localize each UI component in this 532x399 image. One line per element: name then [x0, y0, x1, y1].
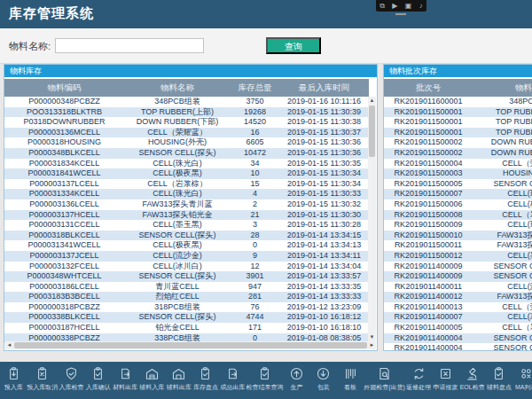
table-row[interactable]: P000031341WCELLCELL(极夜黑)02019-01-14 13:3… [4, 240, 369, 251]
table-cell: 348PCB组装 [473, 97, 532, 107]
table-row[interactable]: RK2019011500012CELL(墨玉黑) [384, 251, 532, 262]
toolbar-item-辅料出库[interactable]: 辅料出库 [165, 362, 192, 399]
sound-icon[interactable]: ♪ [419, 3, 423, 10]
toolbar-item-生产[interactable]: 生产 [283, 362, 309, 399]
table-row[interactable]: P000031834KCELLCELL(珠光白)342019-01-15 11:… [4, 159, 369, 169]
scroll-down-icon[interactable]: ▼ [368, 333, 376, 341]
table-row[interactable]: RK2019011400004SENSOR CELL(探头) [384, 333, 532, 344]
toolbar-item-辅料入库[interactable]: 辅料入库 [138, 362, 165, 399]
table-row[interactable]: RK2019011500004CELL（荣耀蓝） [384, 159, 532, 169]
table-cell: 2019-01-15 11:30:39 [279, 107, 369, 118]
table-cell: 3 [231, 220, 279, 231]
toolbar-item-入库确认[interactable]: 入库确认 [85, 362, 112, 399]
table-row[interactable]: RK2019011400004SENSOR CELL(探头) [384, 343, 532, 354]
table-row[interactable]: RK2019011400011CELL(流沙金) [384, 282, 532, 293]
table-row[interactable]: P0000348WHTCELLSENSOR CELL(探头)39012019-0… [4, 271, 369, 282]
table-row[interactable]: P000000348PCBZZ348PCB组装37502019-01-16 10… [4, 97, 369, 107]
toolbar-item-入库检查[interactable]: 入库检查 [58, 362, 84, 399]
toolbar-item-辅料盘点[interactable]: 辅料盘点 [486, 362, 512, 399]
table-row[interactable]: RK2019011400012FAW313探头铂光金 [384, 292, 532, 302]
table-row[interactable]: RK2019011500001TOP RUBBER(上部) [384, 117, 532, 128]
table-row[interactable]: RK2019011500001TOP RUBBER(上部) [384, 107, 532, 118]
toolbar-item-预入库[interactable]: 预入库 [0, 362, 27, 399]
table-row[interactable]: RK2019011600001348PCB组装 [384, 97, 532, 107]
column-header[interactable]: 物料名称 [473, 79, 532, 97]
toolbar-item-库存盘点[interactable]: 库存盘点 [192, 362, 219, 399]
table-cell: CELL(流沙金) [124, 251, 231, 262]
table-row[interactable]: RK2019011500010FAW313探头青川蓝 [384, 231, 532, 241]
column-header[interactable]: 物料名称 [124, 79, 231, 97]
toolbar-item-预入库取消[interactable]: 预入库取消 [27, 362, 58, 399]
table-row[interactable]: RK2019011500007CELL(珠光白) [384, 189, 532, 200]
scrollbar-thumb[interactable] [14, 342, 367, 348]
toolbar-item-成品出库[interactable]: 成品出库 [219, 362, 246, 399]
export-icon[interactable]: ⧉ [379, 3, 385, 10]
toolbar-item-包装[interactable]: 包装 [310, 362, 337, 399]
toolbar-item-材料出库[interactable]: 材料出库 [112, 362, 138, 399]
table-row[interactable]: P0000318HOUSINGHOUSING(外壳)66052019-01-15… [4, 137, 369, 148]
table-row[interactable]: RK2019011500001TOP RUBBER(上部) [384, 128, 532, 138]
table-row[interactable]: P000031841WCELLCELL(极夜黑)102019-01-15 11:… [4, 168, 369, 179]
material-name-input[interactable] [55, 38, 204, 53]
column-header[interactable]: 物料编码 [4, 79, 124, 97]
toolbar-item-label: MA列表 [515, 384, 532, 391]
play-icon[interactable]: ▶ [392, 3, 397, 10]
toolbar-item-EOL检查[interactable]: EOL检查 [459, 362, 486, 399]
table-row[interactable]: P000031334KCELLCELL(珠光白)42019-01-15 11:3… [4, 189, 369, 200]
column-header[interactable]: 批次号 [384, 79, 473, 97]
table-cell: RK2019011400004 [384, 333, 473, 344]
table-row[interactable]: P000003186LCELL青川蓝CELL9472019-01-14 13:3… [4, 282, 369, 293]
scroll-right-icon[interactable]: ► [368, 341, 376, 349]
toolbar-item-看板[interactable]: 看板 [337, 362, 364, 399]
table-row[interactable]: P000003136MCELLCELL（荣耀蓝）162019-01-15 11:… [4, 128, 369, 138]
table-row[interactable]: RK2019011400013CELL（荣耀蓝） [384, 302, 532, 313]
scroll-up-icon[interactable]: ▲ [368, 97, 376, 105]
table-row[interactable]: P0003183B3BCELL烈焰红CELL2812019-01-14 13:3… [4, 292, 369, 302]
column-header[interactable]: 最后入库时间 [279, 79, 369, 97]
table-row[interactable]: RK2019011500003HOUSING(外壳) [384, 168, 532, 179]
table-cell: CELL(极夜黑) [124, 168, 231, 179]
table-row[interactable]: RK2019011500002DOWN RUBBER(下部) [384, 137, 532, 148]
image-icon[interactable]: ▣ [405, 3, 412, 10]
toolbar-item-申请报废[interactable]: 申请报废 [432, 362, 458, 399]
query-button[interactable]: 查询 [266, 37, 321, 54]
table-cell: RK2019011400013 [384, 302, 473, 313]
vertical-scrollbar[interactable]: ▲ ▼ [368, 97, 376, 341]
scroll-left-icon[interactable]: ◄ [5, 341, 13, 349]
toolbar-item-检查结果查询[interactable]: 检查结果查询 [246, 362, 283, 399]
table-row[interactable]: RK2019011500008CELL（岩浆棕） [384, 210, 532, 221]
horizontal-scrollbar[interactable]: ◄ ► [5, 341, 376, 349]
table-row[interactable]: P000003137HCELLFAW313探头铂光金212019-01-15 1… [4, 210, 369, 221]
table-row[interactable]: RK2019011500005SENSOR CELL(探头) [384, 179, 532, 190]
table-row[interactable]: P000003137JCELLCELL(流沙金)92019-01-14 13:3… [4, 251, 369, 262]
clipboard-check-icon [198, 366, 213, 381]
table-row[interactable]: POO313318BLKTRBTOP RUBBER(上部)192682019-0… [4, 107, 369, 118]
table-row[interactable]: RK2019011500009CELL(珠光白) [384, 220, 532, 231]
column-header[interactable]: 库存总量 [231, 79, 279, 97]
table-row[interactable]: P0000338BLKCELLSENSOR CELL(探头)47442019-0… [4, 312, 369, 323]
table-row[interactable]: RK2019011500002DOWN RUBBER(下部) [384, 148, 532, 159]
toolbar-item-外观检查(出货)[interactable]: 外观检查(出货) [364, 362, 405, 399]
table-row[interactable]: RK2019011400009SENSOR CELL(探头) [384, 271, 532, 282]
table-row[interactable]: RK2019011500011FAW313探头铂光金 [384, 240, 532, 251]
table-row[interactable]: RK2019011400007CELL(冰川白) [384, 312, 532, 323]
screen-capture-overlay[interactable]: ⧉▶▣♪ [376, 0, 426, 12]
table-row[interactable]: RK2019011500006CELL(极夜黑) [384, 200, 532, 210]
table-row[interactable]: P000000318PCBZZ318PCB组装762019-01-12 13:2… [4, 302, 369, 313]
table-cell: RK2019011500006 [384, 200, 473, 210]
table-row[interactable]: P000003137LCELLCELL（岩浆棕）152019-01-15 11:… [4, 179, 369, 190]
table-row[interactable]: P0318DOWNRUBBERDOWN RUBBER(下部)145202019-… [4, 117, 369, 128]
table-row[interactable]: P0000318BLKCELLSENSOR CELL(探头)282019-01-… [4, 231, 369, 241]
table-row[interactable]: P000003136LCELLFAW313探头青川蓝22019-01-15 11… [4, 200, 369, 210]
table-cell: CELL(冰川白) [124, 262, 231, 272]
table-row[interactable]: RK2019011400009SENSOR CELL(探头) [384, 262, 532, 272]
table-row[interactable]: P000003132FCELLCELL(冰川白)122019-01-14 13:… [4, 262, 369, 272]
table-row[interactable]: P000003131CCELLCELL(墨玉黑)32019-01-15 11:3… [4, 220, 369, 231]
toolbar-item-MA列表[interactable]: MA列表 [512, 362, 532, 399]
table-row[interactable]: P0000348BLKCELLSENSOR CELL(探头)104722019-… [4, 148, 369, 159]
scrollbar-thumb[interactable] [369, 106, 375, 157]
toolbar-item-返修处理[interactable]: 返修处理 [405, 362, 432, 399]
table-row[interactable]: RK2019011400005CELL（岩浆棕） [384, 323, 532, 333]
table-row[interactable]: P000003187HCELL铂光金CELL1712019-01-10 16:1… [4, 323, 369, 333]
table-cell: FAW313探头青川蓝 [473, 231, 532, 241]
